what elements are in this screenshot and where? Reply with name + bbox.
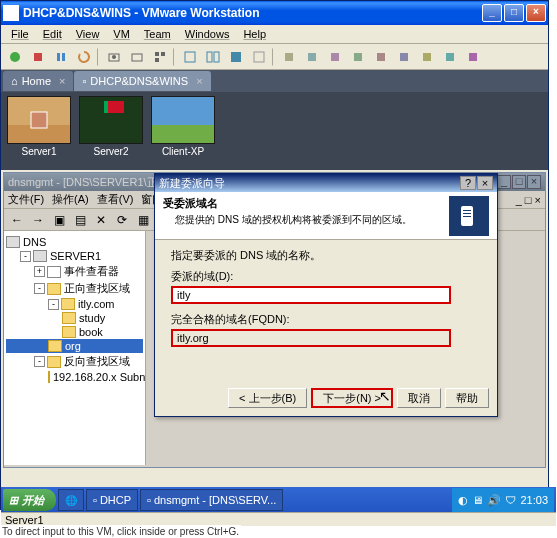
menu-view[interactable]: View (70, 26, 106, 42)
wizard-titlebar[interactable]: 新建委派向导 ? × (155, 174, 497, 192)
view2-icon[interactable] (203, 47, 223, 67)
menu-help[interactable]: Help (237, 26, 272, 42)
tree-book[interactable]: book (6, 325, 143, 339)
svg-rect-14 (254, 52, 264, 62)
maximize-button[interactable]: □ (504, 4, 524, 22)
fullscreen-icon[interactable] (226, 47, 246, 67)
manage-icon[interactable] (150, 47, 170, 67)
tree-label: DNS (23, 236, 46, 248)
tb-icon-e[interactable] (371, 47, 391, 67)
next-button[interactable]: 下一步(N) > (311, 388, 393, 408)
vmware-titlebar[interactable]: DHCP&DNS&WINS - VMware Workstation _ □ × (1, 1, 548, 25)
tb-icon-a[interactable] (279, 47, 299, 67)
refresh-icon[interactable]: ⟳ (113, 211, 131, 229)
windows-icon: ⊞ (9, 494, 18, 507)
thumb-server1[interactable]: Server1 (5, 96, 73, 166)
tb-icon-d[interactable] (348, 47, 368, 67)
tree-root[interactable]: DNS (6, 235, 143, 249)
close-button[interactable]: × (526, 4, 546, 22)
mmc-inner-close[interactable]: _ □ × (516, 194, 541, 206)
thumb-server2[interactable]: Server2 (77, 96, 145, 166)
taskbar-dnsmgmt[interactable]: ▫dnsmgmt - [DNS\SERV... (140, 489, 283, 511)
tree-evt[interactable]: +事件查看器 (6, 263, 143, 280)
reset-icon[interactable] (74, 47, 94, 67)
tree-org[interactable]: org (6, 339, 143, 353)
tree-study[interactable]: study (6, 311, 143, 325)
suspend-icon[interactable] (51, 47, 71, 67)
help-button[interactable]: 帮助 (445, 388, 489, 408)
menu-team[interactable]: Team (138, 26, 177, 42)
tree-subnet[interactable]: 192.168.20.x Subnet (6, 370, 143, 384)
tree-zone[interactable]: -itly.com (6, 297, 143, 311)
tb-icon-b[interactable] (302, 47, 322, 67)
taskbar-dhcp[interactable]: ▫DHCP (86, 489, 138, 511)
power-off-icon[interactable] (28, 47, 48, 67)
minimize-button[interactable]: _ (482, 4, 502, 22)
tree-server[interactable]: -SERVER1 (6, 249, 143, 263)
tab-close-icon[interactable]: × (196, 75, 202, 87)
tab-home[interactable]: ⌂Home× (3, 71, 73, 91)
mmc-menu-file[interactable]: 文件(F) (8, 192, 44, 207)
tb-icon-i[interactable] (463, 47, 483, 67)
tb-icon-f[interactable] (394, 47, 414, 67)
collapse-icon[interactable]: - (34, 283, 45, 294)
tb-icon-c[interactable] (325, 47, 345, 67)
tray-icon[interactable]: 🖥 (472, 494, 483, 506)
mmc-close[interactable]: × (527, 175, 541, 189)
mmc-menu-view[interactable]: 查看(V) (97, 192, 134, 207)
collapse-icon[interactable]: - (48, 299, 59, 310)
taskbar-label: dnsmgmt - [DNS\SERV... (154, 494, 276, 506)
tab-close-icon[interactable]: × (59, 75, 65, 87)
tray-icon[interactable]: 🛡 (505, 494, 516, 506)
back-button[interactable]: < 上一步(B) (228, 388, 307, 408)
wizard-close-button[interactable]: × (477, 176, 493, 190)
view1-icon[interactable] (180, 47, 200, 67)
wizard-help-button[interactable]: ? (460, 176, 476, 190)
svg-rect-27 (463, 213, 471, 214)
prop-icon[interactable]: ▤ (71, 211, 89, 229)
svg-rect-26 (463, 210, 471, 211)
tb-icon-g[interactable] (417, 47, 437, 67)
svg-point-0 (10, 52, 20, 62)
tree-fwd[interactable]: -正向查找区域 (6, 280, 143, 297)
tree-rev[interactable]: -反向查找区域 (6, 353, 143, 370)
wizard-heading: 受委派域名 (163, 196, 449, 211)
power-on-icon[interactable] (5, 47, 25, 67)
cancel-button[interactable]: 取消 (397, 388, 441, 408)
tree-label: 反向查找区域 (64, 354, 130, 369)
expand-icon[interactable]: + (34, 266, 45, 277)
tree-label: 正向查找区域 (64, 281, 130, 296)
tree-panel[interactable]: DNS -SERVER1 +事件查看器 -正向查找区域 -itly.com st… (4, 231, 146, 465)
up-icon[interactable]: ▣ (50, 211, 68, 229)
collapse-icon[interactable]: - (34, 356, 45, 367)
mmc-minimize[interactable]: _ (497, 175, 511, 189)
vm-icon: ▫ (82, 75, 86, 87)
revert-icon[interactable] (127, 47, 147, 67)
menu-vm[interactable]: VM (107, 26, 136, 42)
quicklaunch-icon[interactable]: 🌐 (58, 489, 84, 511)
tray-icon[interactable]: ◐ (458, 494, 468, 507)
svg-rect-7 (155, 52, 159, 56)
menu-windows[interactable]: Windows (179, 26, 236, 42)
domain-input[interactable] (171, 286, 451, 304)
thumb-clientxp[interactable]: Client-XP (149, 96, 217, 166)
clock[interactable]: 21:03 (520, 494, 548, 506)
unity-icon[interactable] (249, 47, 269, 67)
tree-label: SERVER1 (50, 250, 101, 262)
svg-rect-2 (57, 53, 60, 61)
tab-vm[interactable]: ▫DHCP&DNS&WINS× (74, 71, 210, 91)
start-button[interactable]: ⊞开始 (3, 489, 56, 511)
mmc-menu-action[interactable]: 操作(A) (52, 192, 89, 207)
back-icon[interactable]: ← (8, 211, 26, 229)
forward-icon[interactable]: → (29, 211, 47, 229)
tray-icon[interactable]: 🔊 (487, 494, 501, 507)
tb-icon-h[interactable] (440, 47, 460, 67)
collapse-icon[interactable]: - (20, 251, 31, 262)
snapshot-icon[interactable] (104, 47, 124, 67)
menu-edit[interactable]: Edit (37, 26, 68, 42)
list-icon[interactable]: ▦ (134, 211, 152, 229)
delete-icon[interactable]: ✕ (92, 211, 110, 229)
menu-file[interactable]: File (5, 26, 35, 42)
mmc-maximize[interactable]: □ (512, 175, 526, 189)
system-tray[interactable]: ◐ 🖥 🔊 🛡 21:03 (452, 488, 554, 512)
